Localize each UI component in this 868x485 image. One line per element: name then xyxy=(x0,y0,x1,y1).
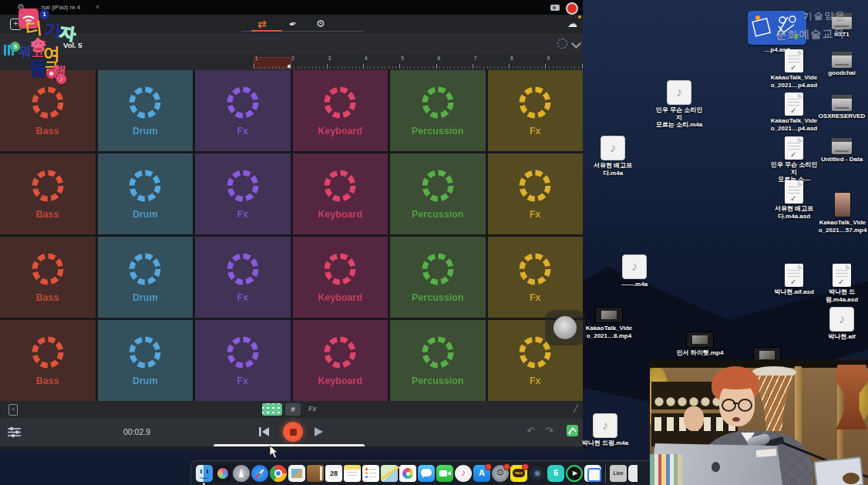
desktop-icon-video-v[interactable]: KakaoTalk_Vide o_2021…57.mp4 xyxy=(818,192,867,234)
pad-keyboard-row1-col4[interactable]: Keyboard xyxy=(293,70,389,151)
dock-calendar[interactable]: 28 xyxy=(325,465,342,482)
chevron-down-icon[interactable] xyxy=(571,39,581,49)
pencil-icon[interactable]: ╱ xyxy=(574,404,578,413)
dock-maps[interactable] xyxy=(381,465,398,482)
dock-launchpad[interactable] xyxy=(233,465,250,482)
dock-kakaotalk[interactable]: TALK xyxy=(510,465,527,482)
dock-appstore[interactable]: A xyxy=(473,465,490,482)
clipboard-icon[interactable]: ≡ xyxy=(8,404,18,416)
play-button[interactable] xyxy=(314,426,324,437)
ruler-minor-tick xyxy=(403,66,404,69)
desktop-icon-doc[interactable]: ✓서유현 배고프 다.m4a.asd xyxy=(769,180,819,220)
mixer-icon[interactable] xyxy=(8,426,21,438)
dock-chrome[interactable] xyxy=(270,465,287,482)
undo-icon[interactable]: ↶ xyxy=(527,425,535,436)
dock-sysprefs[interactable]: ⚙ xyxy=(492,465,509,482)
pad-drum-row4-col2[interactable]: Drum xyxy=(98,320,193,401)
skip-back-button[interactable] xyxy=(259,426,270,437)
ruler-number: 4 xyxy=(365,56,368,61)
pad-label: Keyboard xyxy=(318,209,362,220)
loop-ring-icon xyxy=(420,251,456,287)
desktop-icon-doc[interactable]: ✓박나현.aif.asd xyxy=(769,264,819,296)
assistivetouch-button[interactable] xyxy=(545,310,585,345)
record-button[interactable] xyxy=(566,2,578,15)
pad-bass-row3-col1[interactable]: Bass xyxy=(0,237,96,318)
dock-photos[interactable] xyxy=(399,465,416,482)
pad-keyboard-row4-col4[interactable]: Keyboard xyxy=(293,320,389,401)
settings-tab-icon[interactable]: ⚙ xyxy=(316,18,325,29)
device-tab[interactable]: …hal (iPad) re 4 xyxy=(35,4,80,11)
pad-percussion-row4-col5[interactable]: Percussion xyxy=(390,320,486,401)
number-view-button[interactable]: # xyxy=(285,403,301,416)
dock-live[interactable]: Live xyxy=(610,465,627,482)
pad-label: Percussion xyxy=(412,376,463,386)
dock-music[interactable]: ♪ xyxy=(455,465,472,482)
tuner-icon[interactable] xyxy=(567,425,578,436)
dock-contacts[interactable] xyxy=(307,465,324,482)
loop-mode-tab-icon[interactable]: ⇄ xyxy=(257,18,267,30)
desktop-icon-drive[interactable]: OSXRESERVED xyxy=(817,95,866,120)
tab-close-icon[interactable]: × xyxy=(96,3,99,11)
dock-notes[interactable] xyxy=(344,465,361,482)
desktop-icon-drive[interactable]: goodchai xyxy=(817,52,866,77)
dock-six[interactable]: 6 xyxy=(547,465,564,482)
pad-fx-row2-col3[interactable]: Fx xyxy=(195,153,291,234)
camera-lens xyxy=(553,6,556,9)
desktop-icon-doc[interactable]: ✓박나현 드 럼.m4a.asd xyxy=(817,264,866,303)
desktop-icon-music[interactable]: ♪——.m4a xyxy=(610,254,659,288)
redo-icon[interactable]: ↷ xyxy=(545,425,553,436)
ruler-minor-tick xyxy=(355,66,356,69)
loop-ring-icon xyxy=(225,335,261,370)
settings-gear-icon[interactable]: ⚙ xyxy=(17,2,25,12)
write-mode-tab-icon[interactable]: ✒ xyxy=(288,18,298,30)
pad-fx-row3-col3[interactable]: Fx xyxy=(195,237,291,318)
desktop-watermark-text: 기술임은 문화예술교육 xyxy=(775,8,846,42)
dock-finder[interactable] xyxy=(196,465,213,482)
pad-fx-row1-col3[interactable]: Fx xyxy=(195,70,291,151)
desktop-icon-video[interactable]: KakaoTalk_Vide o_2021…8.mp4 xyxy=(584,307,634,339)
dock-preview[interactable] xyxy=(288,465,305,482)
desktop-icon-drive[interactable]: Untitled - Data xyxy=(817,138,866,163)
dock-safari[interactable] xyxy=(251,465,268,482)
pad-fx-row1-col6[interactable]: Fx xyxy=(488,70,584,151)
pad-fx-row2-col6[interactable]: Fx xyxy=(488,153,584,234)
pad-fx-row3-col6[interactable]: Fx xyxy=(488,237,584,318)
dock-photobooth[interactable] xyxy=(529,465,546,482)
timeline-ruler[interactable]: 12345678910 xyxy=(0,55,583,70)
pad-keyboard-row2-col4[interactable]: Keyboard xyxy=(293,153,389,234)
dock-player[interactable]: ▶ xyxy=(566,465,583,482)
add-clip-icon[interactable]: + xyxy=(10,19,22,30)
desktop-icon-music[interactable]: ♪박나현 드럼.m4a xyxy=(580,413,630,447)
pad-fx-row4-col3[interactable]: Fx xyxy=(195,320,291,401)
pad-percussion-row1-col5[interactable]: Percussion xyxy=(390,70,486,151)
dock-reminders[interactable] xyxy=(362,465,379,482)
pad-bass-row4-col1[interactable]: Bass xyxy=(0,320,96,401)
ruler-minor-tick xyxy=(465,66,466,69)
pad-bass-row1-col1[interactable]: Bass xyxy=(0,70,96,151)
desktop-icon-doc[interactable]: ✓KakaoTalk_Vide o_2021…p4.asd xyxy=(769,49,819,89)
desktop-icon-music[interactable]: ♪서유현 배고프 다.m4a xyxy=(588,136,638,177)
ruler-major-tick xyxy=(327,64,328,69)
pad-percussion-row2-col5[interactable]: Percussion xyxy=(390,153,486,234)
desktop-icon-music[interactable]: ♪민우 무슨 소리인지 모르는 소리.m4a xyxy=(654,80,704,129)
app-footer-strip xyxy=(0,446,583,450)
dock-partial[interactable] xyxy=(628,465,638,482)
dock-facetime[interactable] xyxy=(436,465,453,482)
pad-bass-row2-col1[interactable]: Bass xyxy=(0,153,96,234)
pad-drum-row2-col2[interactable]: Drum xyxy=(98,153,193,234)
dock-siri[interactable] xyxy=(214,465,231,482)
desktop-icon-video[interactable]: 민서 하이햇.mp4 xyxy=(675,332,725,357)
ruler-minor-tick xyxy=(395,66,396,69)
loop-circle-icon[interactable] xyxy=(557,39,567,49)
grid-view-button[interactable] xyxy=(262,403,282,416)
fx-label[interactable]: Fx xyxy=(308,405,317,413)
pad-percussion-row3-col5[interactable]: Percussion xyxy=(390,237,486,318)
dock-messages[interactable] xyxy=(418,465,435,482)
stop-button[interactable] xyxy=(283,422,303,442)
desktop-icon-music[interactable]: ♪박나현.aif xyxy=(817,307,866,341)
desktop-icon-doc[interactable]: ✓KakaoTalk_Vide o_2021…p4.asd xyxy=(769,93,819,132)
pad-drum-row1-col2[interactable]: Drum xyxy=(98,70,193,151)
dock-blueapp[interactable] xyxy=(584,465,601,482)
pad-keyboard-row3-col4[interactable]: Keyboard xyxy=(293,237,389,318)
pad-drum-row3-col2[interactable]: Drum xyxy=(98,237,193,318)
